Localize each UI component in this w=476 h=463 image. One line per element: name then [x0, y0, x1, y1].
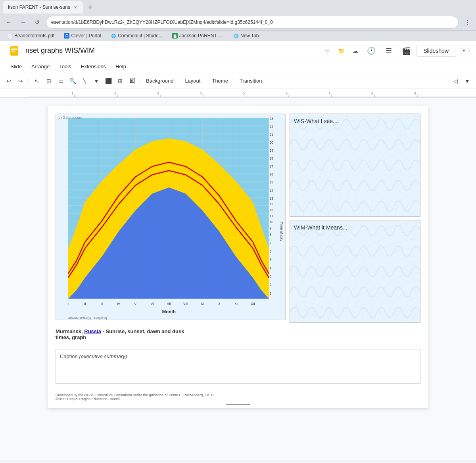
- toolbar-table[interactable]: ⊞: [115, 75, 126, 87]
- wis-panel[interactable]: WIS-What I see....: [290, 114, 420, 217]
- bookmark-label: CommonLit | Stude...: [118, 33, 163, 39]
- bookmarks-bar: 📄 BearDeterrents.pdf C Clever | Portal 🌐…: [0, 30, 476, 41]
- svg-text:4: 4: [200, 91, 202, 95]
- toolbar-sep3: [179, 77, 179, 85]
- slides-title: nset graphs WIS/WIM: [25, 46, 318, 55]
- caption-area[interactable]: Caption (executive summary): [56, 349, 420, 384]
- bookmark-label: Clever | Portal: [71, 33, 101, 39]
- svg-rect-98: [290, 114, 420, 216]
- title-right: 🕐 ☰ 🎬 Slideshow ▼: [364, 44, 470, 58]
- svg-rect-1: [11, 48, 17, 48]
- svg-text:22: 22: [270, 125, 274, 129]
- history-btn[interactable]: 🕐: [364, 44, 378, 58]
- comments-btn[interactable]: ☰: [382, 44, 396, 58]
- svg-text:1: 1: [270, 291, 272, 295]
- toolbar-sep4: [206, 77, 206, 85]
- back-btn[interactable]: ←: [3, 17, 14, 28]
- toolbar-line-dropdown[interactable]: ▼: [91, 75, 102, 87]
- menu-slide[interactable]: Slide: [6, 62, 26, 71]
- svg-text:13: 13: [270, 197, 274, 201]
- slideshow-dropdown-arrow[interactable]: ▼: [459, 48, 470, 53]
- toolbar-redo[interactable]: ↪: [15, 75, 26, 87]
- bookmark-clever[interactable]: C Clever | Portal: [61, 32, 104, 39]
- svg-text:Time of day: Time of day: [280, 222, 284, 241]
- toolbar-align[interactable]: ◁: [450, 75, 461, 87]
- tab-bar: kson PARENT - Sunrise-suns ✕ +: [0, 0, 476, 14]
- svg-text:4: 4: [270, 266, 272, 270]
- toolbar-sep2: [140, 77, 140, 85]
- slide-container[interactable]: (c) Gattme.com: [48, 106, 428, 408]
- toolbar: ↩ ↪ ↖ ⊡ ▭ 🔍 ╲ ▼ ⬛ ⊞ 🖼 Background Layout …: [0, 73, 476, 89]
- toolbar-background[interactable]: Background: [143, 76, 177, 85]
- toolbar-undo[interactable]: ↩: [3, 75, 14, 87]
- svg-text:2: 2: [270, 283, 272, 287]
- address-text: esentation/d/1bE6RBDyhDwLRz2-_ZhEQYY28HZ…: [51, 19, 273, 25]
- svg-text:5: 5: [270, 258, 272, 262]
- star-btn[interactable]: ☆: [321, 45, 332, 56]
- footer-divider: [226, 404, 250, 405]
- svg-text:XI: XI: [234, 302, 238, 306]
- svg-text:10: 10: [270, 220, 274, 224]
- menu-extensions[interactable]: Extensions: [77, 62, 110, 71]
- reload-btn[interactable]: ↺: [32, 17, 43, 28]
- chart-watermark: (c) Gattme.com: [58, 116, 82, 120]
- toolbar-image[interactable]: 🖼: [127, 75, 138, 87]
- menu-tools[interactable]: Tools: [55, 62, 75, 71]
- toolbar-transition[interactable]: Transition: [236, 76, 265, 85]
- present-btn[interactable]: 🎬: [399, 44, 413, 58]
- cloud-btn[interactable]: ☁: [350, 45, 361, 56]
- svg-text:I: I: [68, 302, 69, 306]
- svg-text:17: 17: [270, 164, 274, 168]
- toolbar-sep1: [29, 77, 29, 85]
- toolbar-cursor[interactable]: ↖: [31, 75, 42, 87]
- svg-text:7: 7: [270, 241, 272, 245]
- slide-footer: Developed by the NGSS Curriculum Consort…: [48, 392, 428, 408]
- bookmark-label: Jackson PARENT -...: [179, 33, 224, 39]
- svg-text:14: 14: [270, 188, 274, 192]
- toolbar-zoom[interactable]: 🔍: [67, 75, 78, 87]
- address-bar-row: ← → ↺ esentation/d/1bE6RBDyhDwLRz2-_ZhEQ…: [0, 14, 476, 30]
- bookmark-commonlit[interactable]: 🌐 CommonLit | Stude...: [108, 32, 165, 39]
- svg-text:7: 7: [328, 91, 330, 95]
- tab-close-btn[interactable]: ✕: [73, 4, 78, 10]
- slides-logo: [6, 43, 22, 59]
- svg-text:Month: Month: [162, 309, 176, 314]
- menu-help[interactable]: Help: [111, 62, 130, 71]
- wim-panel[interactable]: WIM-What it Means...: [290, 220, 420, 323]
- toolbar-line[interactable]: ╲: [79, 75, 90, 87]
- bookmark-jackson[interactable]: 📋 Jackson PARENT -...: [170, 32, 226, 39]
- svg-text:2: 2: [114, 91, 116, 95]
- russia-link[interactable]: Russia: [84, 328, 101, 334]
- bookmark-beardetterents[interactable]: 📄 BearDeterrents.pdf: [5, 32, 57, 39]
- svg-rect-2: [11, 49, 17, 50]
- toolbar-layout[interactable]: Layout: [182, 76, 203, 85]
- main-area: (c) Gattme.com: [0, 98, 476, 460]
- toolbar-rect[interactable]: ▭: [55, 75, 66, 87]
- svg-text:IV: IV: [117, 302, 120, 306]
- active-tab[interactable]: kson PARENT - Sunrise-suns ✕: [3, 1, 83, 14]
- folder-btn[interactable]: 📁: [336, 45, 347, 56]
- toolbar-shape[interactable]: ⬛: [103, 75, 114, 87]
- svg-text:3: 3: [270, 274, 272, 278]
- forward-btn[interactable]: →: [17, 17, 29, 28]
- svg-text:13: 13: [270, 208, 274, 212]
- toolbar-sep5: [234, 77, 234, 85]
- svg-text:1: 1: [71, 91, 73, 95]
- svg-text:Δα1Δα7(15%,2(9)→6,25[26%]: Δα1Δα7(15%,2(9)→6,25[26%]: [68, 316, 107, 320]
- toolbar-select[interactable]: ⊡: [43, 75, 54, 87]
- address-bar[interactable]: esentation/d/1bE6RBDyhDwLRz2-_ZhEQYY28HZ…: [46, 16, 459, 29]
- menu-arrange[interactable]: Arrange: [27, 62, 54, 71]
- toolbar-theme[interactable]: Theme: [209, 76, 231, 85]
- bookmark-icon-newtab: 🌐: [233, 33, 239, 39]
- slides-title-bar: nset graphs WIS/WIM ☆ 📁 ☁ 🕐 ☰ 🎬 Slidesho…: [0, 41, 476, 60]
- bookmark-newtab[interactable]: 🌐 New Tab: [231, 32, 261, 39]
- toolbar-more[interactable]: ▼: [462, 75, 473, 87]
- svg-text:3: 3: [157, 91, 159, 95]
- slideshow-btn[interactable]: Slideshow: [416, 45, 455, 57]
- wim-label: WIM-What it Means...: [294, 224, 347, 231]
- new-tab-btn[interactable]: +: [84, 2, 96, 13]
- chart-area: (c) Gattme.com: [56, 114, 286, 320]
- share-btn[interactable]: ⋮: [462, 17, 473, 28]
- bookmark-icon-jackson: 📋: [172, 33, 178, 39]
- slide-content: (c) Gattme.com: [48, 106, 428, 392]
